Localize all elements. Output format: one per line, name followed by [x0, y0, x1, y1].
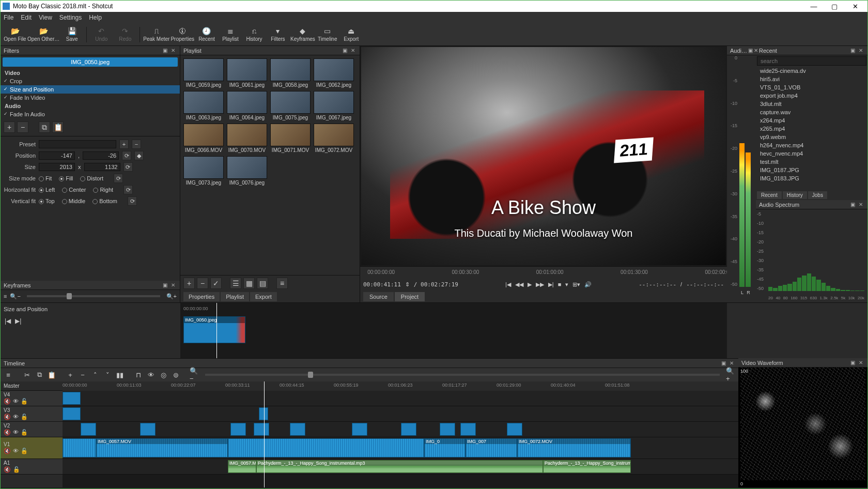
- toolbar-history[interactable]: ⎌History: [243, 24, 266, 45]
- toolbar-recent[interactable]: 🕘Recent: [195, 24, 218, 45]
- lift-icon[interactable]: ˄: [90, 370, 100, 379]
- append-icon[interactable]: +: [66, 370, 75, 379]
- ripple-all-icon[interactable]: ⊚: [171, 370, 180, 379]
- playlist-remove-button[interactable]: −: [197, 278, 208, 289]
- panel-undock-icon[interactable]: ▣: [161, 47, 168, 54]
- panel-undock-icon[interactable]: ▣: [161, 282, 168, 289]
- kf-menu-icon[interactable]: ≡: [4, 293, 7, 299]
- kf-last-button[interactable]: ▶|: [15, 317, 21, 325]
- position-x-input[interactable]: [39, 151, 75, 160]
- hfit-right[interactable]: Right: [93, 187, 113, 193]
- preset-select[interactable]: [39, 140, 116, 148]
- playlist-item[interactable]: IMG_0067.jpeg: [314, 91, 354, 120]
- toolbar-save[interactable]: 💾Save: [60, 24, 83, 45]
- lock-icon[interactable]: 🔓: [21, 398, 28, 405]
- playlist-item[interactable]: IMG_0061.jpeg: [227, 58, 267, 88]
- split-icon[interactable]: ▮▮: [115, 370, 125, 379]
- track-header-a1[interactable]: A1🔇🔓: [1, 459, 63, 475]
- mute-icon[interactable]: 🔇: [4, 398, 11, 405]
- toolbar-filters[interactable]: ▾Filters: [267, 24, 289, 45]
- recent-item[interactable]: hevc_nvenc.mp4: [756, 149, 867, 158]
- panel-undock-icon[interactable]: ▣: [341, 47, 348, 54]
- kf-zoom-slider[interactable]: [27, 295, 160, 297]
- playlist-item[interactable]: IMG_0058.jpeg: [270, 58, 311, 88]
- play-button[interactable]: ▶: [528, 281, 532, 288]
- preset-add-button[interactable]: +: [119, 140, 129, 149]
- toolbar-export[interactable]: ⏏Export: [340, 24, 363, 45]
- toolbar-timeline[interactable]: ▭Timeline: [316, 24, 339, 45]
- filter-item[interactable]: Size and Position: [1, 85, 180, 94]
- kf-first-button[interactable]: |◀: [5, 317, 11, 325]
- menu-settings[interactable]: Settings: [59, 14, 82, 21]
- overwrite-icon[interactable]: ˅: [103, 370, 112, 379]
- track-v1[interactable]: IMG_0057.MOV IMG_0 IMG_007 IMG_0072.MOV: [63, 437, 738, 459]
- recent-search-input[interactable]: [757, 56, 866, 66]
- track-header-v2[interactable]: V2🔇👁🔓: [1, 422, 63, 437]
- window-minimize[interactable]: —: [803, 3, 824, 10]
- playlist-item[interactable]: IMG_0070.MOV: [227, 124, 267, 153]
- toolbar-redo[interactable]: ↷Redo: [114, 24, 136, 45]
- view-list-icon[interactable]: ☰: [230, 278, 241, 289]
- reset-vfit-button[interactable]: ⟳: [128, 196, 137, 206]
- playlist-item[interactable]: IMG_0066.MOV: [183, 124, 224, 153]
- track-v3[interactable]: [63, 406, 738, 422]
- kf-clip[interactable]: IMG_0050.jpeg: [183, 316, 245, 343]
- paste-icon[interactable]: 📋: [47, 370, 56, 379]
- copy-filter-button[interactable]: ⧉: [39, 121, 50, 133]
- tab-properties[interactable]: Properties: [183, 292, 220, 301]
- hfit-left[interactable]: Left: [39, 187, 55, 193]
- timecode-spinner-icon[interactable]: ⇕: [405, 281, 410, 288]
- filter-item[interactable]: Fade In Video: [1, 94, 180, 102]
- recent-item[interactable]: vp9.webm: [756, 133, 867, 141]
- remove-filter-button[interactable]: −: [17, 121, 28, 133]
- preview-scrubber[interactable]: 00:00:00:0000:00:30:0000:01:00:0000:01:3…: [360, 266, 727, 278]
- recent-item[interactable]: wide25-cinema.dv: [756, 67, 867, 75]
- tab-playlist[interactable]: Playlist: [221, 292, 249, 301]
- sizemode-fit[interactable]: Fit: [39, 175, 52, 181]
- size-w-input[interactable]: [39, 163, 75, 171]
- zoom-in-icon[interactable]: 🔍+: [166, 293, 177, 300]
- playlist-item[interactable]: IMG_0072.MOV: [314, 124, 354, 153]
- panel-close-icon[interactable]: ✕: [169, 47, 177, 54]
- filter-item[interactable]: Fade In Audio: [1, 110, 180, 118]
- menu-view[interactable]: View: [39, 14, 52, 21]
- menu-help[interactable]: Help: [89, 14, 102, 21]
- reset-hfit-button[interactable]: ⟳: [123, 185, 133, 194]
- copy-icon[interactable]: ⧉: [35, 370, 44, 379]
- window-close[interactable]: ✕: [845, 3, 865, 10]
- cut-icon[interactable]: ✂: [22, 370, 32, 379]
- remove-icon[interactable]: −: [78, 370, 87, 379]
- scrub-icon[interactable]: 👁: [146, 370, 156, 379]
- filters-clip[interactable]: IMG_0050.jpeg: [3, 57, 178, 67]
- vfit-middle[interactable]: Middle: [62, 198, 85, 204]
- menu-edit[interactable]: Edit: [21, 14, 32, 21]
- recent-item[interactable]: hiri5.avi: [756, 75, 867, 83]
- track-header-v1[interactable]: V1🔇👁🔓: [1, 437, 63, 459]
- toolbar-openfile[interactable]: 📂Open File: [4, 24, 26, 45]
- recent-item[interactable]: capture.wav: [756, 108, 867, 116]
- playlist-check-button[interactable]: ✓: [210, 278, 222, 289]
- recent-item[interactable]: IMG_0187.JPG: [756, 166, 867, 174]
- recent-item[interactable]: VTS_01_1.VOB: [756, 83, 867, 91]
- track-header-v4[interactable]: V4🔇👁🔓: [1, 391, 63, 406]
- tl-zoom-in-icon[interactable]: 🔍+: [726, 370, 735, 379]
- playlist-item[interactable]: IMG_0071.MOV: [270, 124, 311, 153]
- ripple-icon[interactable]: ◎: [159, 370, 168, 379]
- playlist-item[interactable]: IMG_0064.jpeg: [227, 91, 267, 120]
- track-master[interactable]: Master: [1, 381, 63, 391]
- tab-jobs[interactable]: Jobs: [808, 191, 827, 199]
- toolbar-peakmeter[interactable]: ⎍Peak Meter: [143, 24, 169, 45]
- skip-prev-button[interactable]: |◀: [505, 281, 511, 288]
- recent-item[interactable]: x265.mp4: [756, 125, 867, 133]
- track-header-v3[interactable]: V3🔇👁🔓: [1, 406, 63, 422]
- panel-close-icon[interactable]: ✕: [169, 282, 177, 289]
- recent-item[interactable]: h264_nvenc.mp4: [756, 141, 867, 149]
- reset-position-button[interactable]: ⟳: [122, 151, 131, 160]
- preview-viewport[interactable]: 211 A Bike Show This Ducati by Michael W…: [361, 47, 726, 265]
- keyframe-position-button[interactable]: ◆: [134, 151, 144, 160]
- hfit-center[interactable]: Center: [62, 187, 86, 193]
- timeline-playhead[interactable]: [264, 381, 265, 487]
- toolbar-playlist[interactable]: ≣Playlist: [219, 24, 242, 45]
- playlist-item[interactable]: IMG_0062.jpeg: [314, 58, 354, 88]
- hide-icon[interactable]: 👁: [13, 398, 19, 405]
